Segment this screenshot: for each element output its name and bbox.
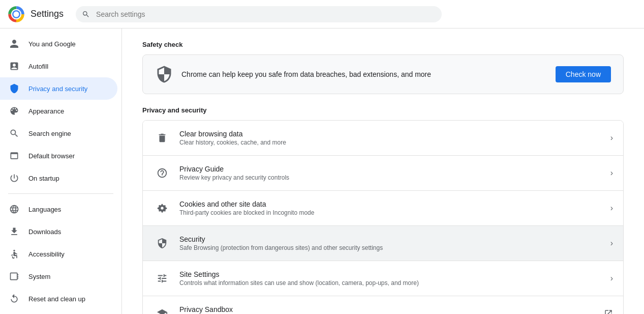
clear-browsing-data-title: Clear browsing data (179, 130, 606, 138)
clear-browsing-data-subtitle: Clear history, cookies, cache, and more (179, 139, 606, 146)
sidebar-item-system[interactable]: System (0, 265, 117, 288)
sidebar-label-system: System (28, 273, 50, 280)
sidebar-label-languages: Languages (28, 206, 61, 213)
sidebar-label-autofill: Autofill (28, 63, 48, 70)
security-text: Security Safe Browsing (protection from … (179, 235, 606, 251)
privacy-guide-text: Privacy Guide Review key privacy and sec… (179, 165, 606, 181)
sidebar-item-downloads[interactable]: Downloads (0, 220, 117, 243)
sidebar-label-appearance: Appearance (28, 107, 64, 115)
privacy-security-list: Clear browsing data Clear history, cooki… (142, 120, 624, 314)
sidebar-item-reset-and-clean-up[interactable]: Reset and clean up (0, 288, 117, 310)
safety-check-card: Chrome can help keep you safe from data … (142, 54, 624, 94)
privacy-sandbox-title: Privacy Sandbox (179, 305, 600, 313)
sidebar-divider-1 (8, 193, 113, 194)
chrome-logo (8, 6, 24, 22)
clear-browsing-data-row[interactable]: Clear browsing data Clear history, cooki… (143, 121, 623, 156)
sidebar-item-on-startup[interactable]: On startup (0, 167, 117, 189)
external-icon-sandbox (604, 309, 613, 314)
language-icon (8, 203, 20, 215)
chevron-icon-clear-browsing: › (610, 133, 613, 142)
privacy-guide-subtitle: Review key privacy and security controls (179, 174, 606, 181)
sidebar-label-accessibility: Accessibility (28, 250, 65, 258)
reset-icon (8, 293, 20, 305)
chevron-icon-cookies: › (610, 204, 613, 213)
autofill-icon (8, 60, 20, 72)
sidebar-label-default-browser: Default browser (28, 152, 75, 160)
site-settings-row[interactable]: Site Settings Controls what information … (143, 261, 623, 296)
chevron-icon-site-settings: › (610, 274, 613, 283)
sandbox-icon (153, 304, 171, 314)
sidebar-item-you-and-google[interactable]: You and Google (0, 33, 117, 55)
site-settings-text: Site Settings Controls what information … (179, 270, 606, 287)
chevron-icon-privacy-guide: › (610, 168, 613, 178)
sidebar-label-you-and-google: You and Google (28, 40, 76, 48)
sidebar-label-reset-and-clean-up: Reset and clean up (28, 295, 85, 303)
cookies-title: Cookies and other site data (179, 200, 606, 208)
search-icon (82, 10, 90, 18)
browser-icon (8, 150, 20, 162)
privacy-guide-title: Privacy Guide (179, 165, 606, 173)
safety-check-section-title: Safety check (142, 41, 624, 48)
security-title: Security (179, 235, 606, 243)
privacy-security-section-title: Privacy and security (142, 106, 624, 114)
person-icon (8, 38, 20, 50)
sidebar-label-on-startup: On startup (28, 175, 59, 182)
sidebar-label-downloads: Downloads (28, 228, 61, 236)
sidebar-item-accessibility[interactable]: Accessibility (0, 243, 117, 265)
svg-point-7 (14, 11, 19, 17)
power-icon (8, 172, 20, 184)
security-subtitle: Safe Browsing (protection from dangerous… (179, 244, 606, 251)
sidebar-item-autofill[interactable]: Autofill (0, 55, 117, 77)
trash-icon (153, 129, 171, 147)
check-now-button[interactable]: Check now (556, 66, 611, 82)
privacy-sandbox-text: Privacy Sandbox Trial features are on (179, 305, 600, 314)
sidebar-item-appearance[interactable]: Appearance (0, 100, 117, 122)
cookies-row[interactable]: Cookies and other site data Third-party … (143, 191, 623, 226)
sidebar-label-search-engine: Search engine (28, 130, 71, 137)
system-icon (8, 270, 20, 282)
accessibility-icon (8, 248, 20, 260)
cookies-text: Cookies and other site data Third-party … (179, 200, 606, 216)
security-row[interactable]: Security Safe Browsing (protection from … (143, 226, 623, 261)
sidebar: You and Google Autofill Privacy and secu… (0, 28, 122, 314)
site-settings-subtitle: Controls what information sites can use … (179, 279, 606, 287)
sidebar-item-search-engine[interactable]: Search engine (0, 122, 117, 145)
content-area: Safety check Chrome can help keep you sa… (122, 28, 644, 314)
sidebar-item-languages[interactable]: Languages (0, 198, 117, 220)
top-bar: Settings (0, 0, 644, 28)
palette-icon (8, 105, 20, 117)
sidebar-label-privacy-and-security: Privacy and security (28, 85, 87, 93)
cookies-subtitle: Third-party cookies are blocked in Incog… (179, 209, 606, 216)
sidebar-item-privacy-and-security[interactable]: Privacy and security (0, 77, 117, 100)
shield-icon (8, 82, 20, 95)
svg-point-8 (13, 250, 15, 251)
search-input[interactable] (76, 6, 442, 22)
sidebar-item-default-browser[interactable]: Default browser (0, 145, 117, 167)
safety-shield-icon (155, 65, 173, 83)
privacy-sandbox-row[interactable]: Privacy Sandbox Trial features are on (143, 296, 623, 314)
main-layout: You and Google Autofill Privacy and secu… (0, 28, 644, 314)
search-bar (76, 6, 442, 22)
cookie-icon (153, 199, 171, 217)
safety-check-text: Chrome can help keep you safe from data … (181, 70, 556, 78)
site-settings-title: Site Settings (179, 270, 606, 278)
sliders-icon (153, 269, 171, 288)
privacy-guide-row[interactable]: Privacy Guide Review key privacy and sec… (143, 156, 623, 191)
chevron-icon-security: › (610, 239, 613, 248)
privacy-guide-icon (153, 164, 171, 182)
download-icon (8, 225, 20, 238)
search-engine-icon (8, 127, 20, 139)
settings-title: Settings (30, 9, 64, 19)
security-icon (153, 234, 171, 252)
clear-browsing-data-text: Clear browsing data Clear history, cooki… (179, 130, 606, 146)
